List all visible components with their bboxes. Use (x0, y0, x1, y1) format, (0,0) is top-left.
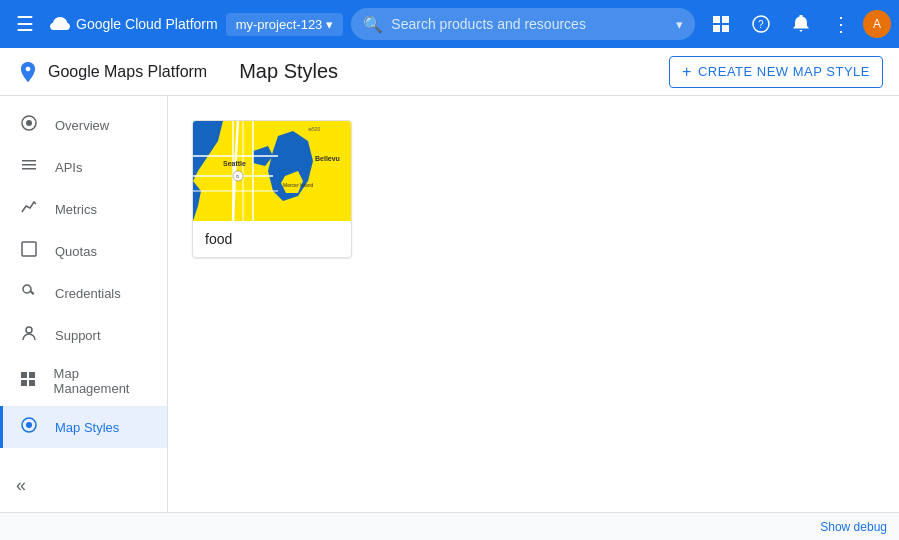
sidebar-nav: Overview APIs Metrics Quotas (0, 104, 167, 448)
support-icon (19, 324, 39, 346)
google-cloud-icon (50, 14, 70, 34)
sidebar-collapse-button[interactable]: « (0, 467, 167, 504)
svg-text:⊕520: ⊕520 (308, 126, 321, 132)
top-navigation-bar: ☰ Google Cloud Platform my-project-123 ▾… (0, 0, 899, 48)
svg-rect-17 (21, 380, 27, 386)
sidebar-item-apis[interactable]: APIs (0, 146, 167, 188)
maps-platform-icon (16, 60, 40, 84)
create-icon: + (682, 63, 692, 81)
top-bar-actions: ? ⋮ A (703, 6, 891, 42)
svg-rect-18 (29, 380, 35, 386)
map-preview-svg: Mercer Island Seattle (193, 121, 352, 221)
grid-icon[interactable] (703, 6, 739, 42)
show-debug-button[interactable]: Show debug (820, 520, 887, 534)
create-new-map-style-button[interactable]: + CREATE NEW MAP STYLE (669, 56, 883, 88)
svg-rect-15 (21, 372, 27, 378)
svg-text:Bellevu: Bellevu (315, 155, 340, 162)
app-name: Google Cloud Platform (76, 16, 218, 32)
sidebar-item-quotas[interactable]: Quotas (0, 230, 167, 272)
content-area: Mercer Island Seattle (168, 96, 899, 512)
sidebar-item-map-styles[interactable]: Map Styles (0, 406, 167, 448)
svg-point-7 (26, 120, 32, 126)
svg-rect-0 (713, 16, 720, 23)
svg-rect-3 (722, 25, 729, 32)
more-icon[interactable]: ⋮ (823, 6, 859, 42)
credentials-icon (19, 282, 39, 304)
svg-point-20 (26, 422, 32, 428)
svg-rect-13 (30, 290, 35, 295)
map-thumbnail: Mercer Island Seattle (193, 121, 352, 221)
search-dropdown-icon[interactable]: ▾ (676, 17, 683, 32)
page-title: Map Styles (239, 60, 661, 83)
app-logo: Google Cloud Platform (50, 14, 218, 34)
platform-name: Google Maps Platform (48, 63, 207, 81)
sidebar-item-credentials[interactable]: Credentials (0, 272, 167, 314)
sidebar-item-support[interactable]: Support (0, 314, 167, 356)
search-icon: 🔍 (363, 15, 383, 34)
svg-rect-1 (722, 16, 729, 23)
svg-text:Mercer Island: Mercer Island (283, 182, 314, 188)
search-bar[interactable]: 🔍 ▾ (351, 8, 695, 40)
svg-rect-16 (29, 372, 35, 378)
quotas-icon (19, 240, 39, 262)
sidebar-item-map-management[interactable]: Map Management (0, 356, 167, 406)
svg-rect-9 (22, 164, 36, 166)
sidebar-item-overview[interactable]: Overview (0, 104, 167, 146)
svg-rect-2 (713, 25, 720, 32)
notifications-icon[interactable] (783, 6, 819, 42)
svg-rect-11 (22, 242, 36, 256)
map-style-label: food (193, 221, 351, 257)
sub-header: Google Maps Platform Map Styles + CREATE… (0, 48, 899, 96)
avatar[interactable]: A (863, 10, 891, 38)
main-content: Overview APIs Metrics Quotas (0, 96, 899, 512)
svg-text:?: ? (758, 19, 764, 30)
map-management-icon (19, 370, 38, 392)
svg-rect-10 (22, 168, 36, 170)
svg-point-14 (26, 327, 32, 333)
map-styles-icon (19, 416, 39, 438)
map-style-card[interactable]: Mercer Island Seattle (192, 120, 352, 258)
apis-icon (19, 156, 39, 178)
project-selector[interactable]: my-project-123 ▾ (226, 13, 344, 36)
sidebar: Overview APIs Metrics Quotas (0, 96, 168, 512)
overview-icon (19, 114, 39, 136)
help-icon[interactable]: ? (743, 6, 779, 42)
svg-rect-8 (22, 160, 36, 162)
svg-text:Seattle: Seattle (223, 160, 246, 167)
bottom-bar: Show debug (0, 512, 899, 540)
metrics-icon (19, 198, 39, 220)
sidebar-item-metrics[interactable]: Metrics (0, 188, 167, 230)
menu-icon[interactable]: ☰ (8, 4, 42, 44)
search-input[interactable] (391, 16, 668, 32)
